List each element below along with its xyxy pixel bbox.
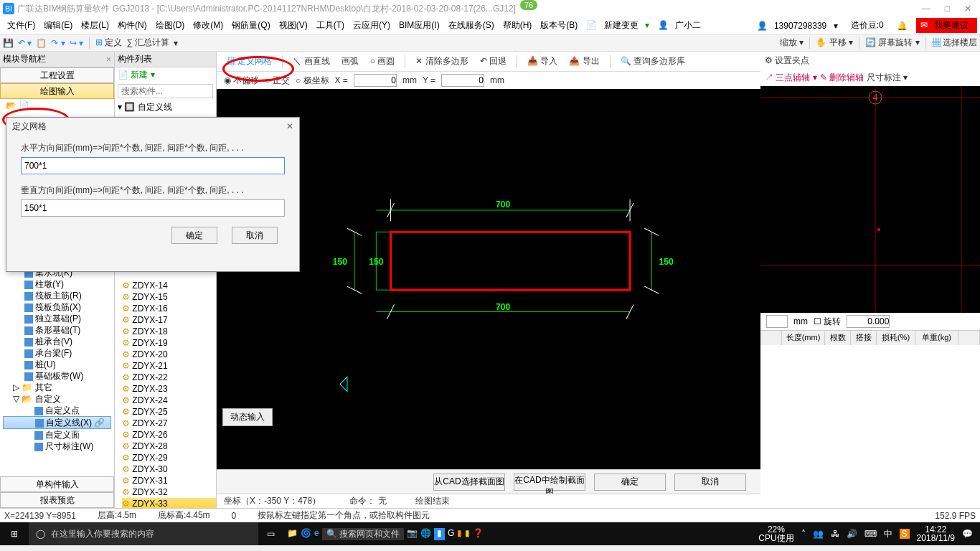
dialog-close-icon[interactable]: ✕ — [286, 121, 293, 131]
app-cam-icon[interactable]: 📷 — [407, 528, 418, 540]
comp-list-item[interactable]: ⚙ ZDYX-20 — [122, 349, 216, 360]
tree-folder-other[interactable]: ▷ 📁 其它 — [3, 382, 111, 393]
app-swirl-icon[interactable]: 🌀 — [301, 528, 311, 540]
h-spacing-input[interactable] — [21, 157, 285, 174]
pan-button[interactable]: ✋ 平移 ▾ — [816, 37, 853, 49]
copy-icon[interactable]: 📋 — [36, 38, 47, 48]
app-ie-icon[interactable]: e — [314, 528, 319, 540]
tree-item[interactable]: 筏板负筋(X) — [3, 301, 111, 313]
menu-help[interactable]: 帮助(H) — [499, 19, 537, 32]
comp-list-item[interactable]: ⚙ ZDYX-24 — [122, 395, 216, 406]
comp-list-item[interactable]: ⚙ ZDYX-27 — [122, 418, 216, 429]
app-q-icon[interactable]: ❓ — [473, 528, 484, 540]
comp-list-item[interactable]: ⚙ ZDYX-32 — [122, 486, 216, 498]
tray-lang-icon[interactable]: ⌨ — [864, 529, 877, 539]
minimize-icon[interactable]: — — [922, 4, 930, 14]
clear-poly-button[interactable]: ✕ 清除多边形 — [411, 55, 472, 67]
rotate-value-input[interactable] — [847, 315, 890, 328]
no-offset-radio[interactable]: ◉ 不偏移 — [224, 75, 259, 87]
ortho-radio[interactable]: ○ 正交 — [265, 75, 290, 87]
menu-version[interactable]: 版本号(B) — [536, 19, 582, 32]
draw-circle-button[interactable]: ○ 画圆 — [366, 55, 400, 67]
tree-item[interactable]: 桩(U) — [3, 359, 111, 370]
tray-vol-icon[interactable]: 🔊 — [847, 529, 857, 539]
comp-list-item[interactable]: ⚙ ZDYX-19 — [122, 337, 216, 349]
app-g-icon[interactable]: G — [448, 528, 454, 540]
app-note-icon[interactable]: ▮ — [465, 528, 470, 540]
comp-list-item[interactable]: ⚙ ZDYX-15 — [122, 291, 216, 303]
tree-item[interactable]: 筏板主筋(R) — [3, 290, 111, 301]
single-comp-button[interactable]: 单构件输入 — [0, 476, 114, 492]
tree-item[interactable]: 承台梁(F) — [3, 347, 111, 359]
menu-floor[interactable]: 楼层(L) — [77, 19, 113, 32]
select-floor-button[interactable]: ▦ 选择楼层 — [932, 37, 977, 49]
menu-edit[interactable]: 编辑(E) — [39, 19, 77, 32]
proj-setting-button[interactable]: 工程设置 — [0, 67, 114, 83]
app-blue-icon[interactable]: ▮ — [434, 528, 445, 540]
tree-item-custom[interactable]: 自定义点 — [3, 405, 111, 416]
define-grid-button[interactable]: ▦ 定义网格 — [222, 55, 276, 67]
undo-icon[interactable]: ↶ ▾ — [18, 38, 32, 48]
menu-bim[interactable]: BIM应用(I) — [395, 19, 444, 32]
close-icon[interactable]: ✕ — [964, 4, 971, 14]
y-input[interactable] — [441, 74, 484, 87]
web-search-box[interactable]: 🔍 搜索网页和文件 — [322, 528, 404, 540]
menu-rebar[interactable]: 钢筋量(Q) — [227, 19, 274, 32]
app-folder-icon[interactable]: 📁 — [287, 528, 298, 540]
comp-list-item[interactable]: ⚙ ZDYX-28 — [122, 441, 216, 452]
tree-item-custom[interactable]: 自定义线(X) 🔗 — [3, 416, 111, 429]
comp-list-item[interactable]: ⚙ ZDYX-17 — [122, 314, 216, 326]
menu-online[interactable]: 在线服务(S) — [444, 19, 499, 32]
right-canvas[interactable]: 4 — [760, 86, 980, 313]
tray-s-icon[interactable]: S — [900, 529, 910, 539]
dyn-input-button[interactable]: 动态输入 — [222, 408, 273, 426]
bell-icon[interactable]: 🔔 — [892, 21, 912, 31]
taskview-icon[interactable]: ▭ — [258, 529, 283, 539]
comp-list-item[interactable]: ⚙ ZDYX-22 — [122, 372, 216, 383]
draw-line-button[interactable]: ＼ 画直线 — [288, 55, 334, 67]
export-button[interactable]: 📤 导出 — [565, 55, 603, 67]
comp-list-item[interactable]: ⚙ ZDYX-18 — [122, 326, 216, 337]
comp-list-item[interactable]: ⚙ ZDYX-33 — [122, 498, 216, 508]
new-change-button[interactable]: 📄 新建变更 ▾ — [582, 19, 654, 32]
comp-list-item[interactable]: ⚙ ZDYX-29 — [122, 452, 216, 463]
report-preview-button[interactable]: 报表预览 — [0, 492, 114, 508]
define-button[interactable]: ⊞ 定义 — [95, 37, 122, 49]
menu-component[interactable]: 构件(N) — [113, 19, 151, 32]
taskbar-search[interactable]: ◯ 在这里输入你要搜索的内容 — [29, 522, 258, 545]
cancel-button[interactable]: 取消 — [674, 474, 746, 491]
save-icon[interactable]: 💾 — [3, 38, 14, 48]
sumcalc-button[interactable]: ∑ 汇总计算 — [126, 37, 169, 49]
dialog-cancel-button[interactable]: 取消 — [232, 227, 278, 244]
query-poly-button[interactable]: 🔍 查询多边形库 — [616, 55, 689, 67]
ok-button[interactable]: 确定 — [594, 474, 666, 491]
tree-folder-custom[interactable]: ▽ 📂 自定义 — [3, 393, 111, 405]
redo2-icon[interactable]: ↪ ▾ — [70, 38, 83, 48]
comp-list-item[interactable]: ⚙ ZDYX-25 — [122, 406, 216, 418]
right-mm-input[interactable] — [766, 315, 788, 328]
comp-list-item[interactable]: ⚙ ZDYX-26 — [122, 429, 216, 441]
draw-input-button[interactable]: 绘图输入 — [0, 83, 114, 99]
zoom-button[interactable]: 缩放 ▾ — [780, 37, 804, 49]
back-button[interactable]: ↶ 回退 — [476, 55, 511, 67]
tree-item-custom[interactable]: 尺寸标注(W) — [3, 441, 111, 452]
tree-item[interactable]: 条形基础(T) — [3, 324, 111, 336]
comp-list-item[interactable]: ⚙ ZDYX-14 — [122, 280, 216, 291]
app-browser-icon[interactable]: 🌐 — [420, 528, 431, 540]
phone-label[interactable]: 👤 13907298339 ▾ — [753, 21, 842, 31]
start-button[interactable]: ⊞ — [0, 529, 29, 539]
new-comp-button[interactable]: 📄 新建 ▾ — [118, 70, 155, 80]
screen-rotate-button[interactable]: 🔄 屏幕旋转 ▾ — [865, 37, 920, 49]
rotate-checkbox[interactable]: ☐ 旋转 — [814, 316, 841, 328]
menu-view[interactable]: 视图(V) — [275, 19, 312, 32]
menu-modify[interactable]: 修改(M) — [189, 19, 227, 32]
comp-list-item[interactable]: ⚙ ZDYX-31 — [122, 475, 216, 486]
tree-item[interactable]: 桩承台(V) — [3, 336, 111, 347]
app-orange-icon[interactable]: ▮ — [457, 528, 462, 540]
tree-item-custom[interactable]: 自定义面 — [3, 429, 111, 441]
menu-draw[interactable]: 绘图(D) — [151, 19, 189, 32]
tray-notif-icon[interactable]: 💬 — [962, 529, 973, 539]
from-cad-button[interactable]: 从CAD选择截面图 — [433, 474, 505, 491]
search-input[interactable] — [118, 84, 213, 98]
three-pt-button[interactable]: ↗ 三点辅轴 ▾ — [765, 72, 817, 84]
